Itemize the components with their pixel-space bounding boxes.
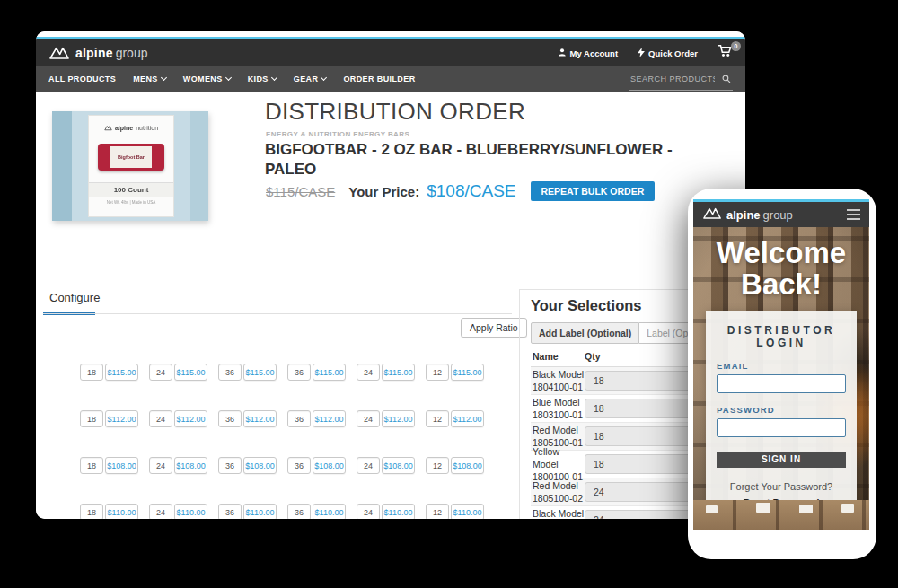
price-value: $108.00 (382, 457, 415, 474)
price-value: $108.00 (313, 457, 346, 474)
configure-row: 18 $112.00 24 $112.00 36 $112.00 36 $112… (80, 410, 484, 427)
configure-row: 18 $110.00 24 $110.00 36 $110.00 36 $110… (80, 504, 484, 519)
quantity-input[interactable]: 12 (426, 457, 449, 474)
current-price: $108/CASE (427, 181, 515, 201)
brand-name-light: group (116, 46, 148, 60)
nav-item-mens[interactable]: MENS (133, 75, 166, 83)
price-value: $108.00 (174, 457, 207, 474)
price-value: $115.00 (174, 364, 207, 381)
nav-item-gear[interactable]: GEAR (294, 75, 327, 83)
user-icon (558, 48, 567, 58)
price-value: $115.00 (451, 364, 484, 381)
email-field[interactable] (717, 374, 846, 393)
search-icon[interactable] (722, 71, 731, 87)
search-box[interactable] (629, 68, 733, 91)
quantity-input[interactable]: 36 (218, 457, 242, 474)
quantity-input[interactable]: 24 (149, 364, 172, 381)
cart-button[interactable]: 0 (718, 45, 733, 61)
qty-price-pair: 36 $110.00 (287, 504, 346, 519)
price-value: $108.00 (105, 457, 138, 474)
old-price: $115/CASE (266, 184, 335, 199)
column-qty: Qty (585, 351, 601, 362)
main-header: alpinegroup My Account Quick Order (36, 39, 745, 66)
password-field[interactable] (717, 418, 846, 437)
brand-logo[interactable]: alpinegroup (48, 45, 147, 61)
price-value: $110.00 (243, 504, 277, 519)
quantity-input[interactable]: 18 (80, 410, 103, 427)
quantity-input[interactable]: 18 (80, 504, 103, 519)
quantity-input[interactable]: 36 (287, 410, 311, 427)
quantity-input[interactable]: 36 (287, 364, 311, 381)
nav-item-womens[interactable]: WOMENS (183, 75, 231, 83)
menu-icon[interactable] (847, 209, 860, 221)
tab-bar: Configure (43, 289, 512, 314)
sign-in-button[interactable]: SIGN IN (717, 452, 846, 468)
qty-price-pair: 36 $115.00 (287, 364, 346, 381)
price-value: $110.00 (451, 504, 484, 519)
configure-grid: 18 $115.00 24 $115.00 36 $115.00 36 $115… (80, 364, 484, 519)
quantity-input[interactable]: 12 (426, 504, 449, 519)
repeat-bulk-order-button[interactable]: REPEAT BULK ORDER (531, 181, 656, 201)
desktop-window: alpinegroup My Account Quick Order (36, 31, 745, 519)
quantity-input[interactable]: 24 (357, 364, 380, 381)
quantity-input[interactable]: 36 (218, 504, 242, 519)
search-input[interactable] (630, 75, 715, 83)
nav-item-order-builder[interactable]: ORDER BUILDER (343, 75, 415, 83)
apply-ratio-button[interactable]: Apply Ratio (461, 318, 527, 338)
configure-row: 18 $108.00 24 $108.00 36 $108.00 36 $108… (80, 457, 484, 474)
quantity-input[interactable]: 18 (80, 457, 103, 474)
nav-item-all-products[interactable]: ALL PRODUCTS (48, 75, 116, 83)
price-value: $115.00 (313, 364, 346, 381)
mobile-mountain-logo-icon (702, 206, 722, 224)
quantity-input[interactable]: 18 (80, 364, 103, 381)
my-account-link[interactable]: My Account (558, 48, 618, 58)
brand-name-bold: alpine (75, 46, 113, 60)
password-label: PASSWORD (717, 405, 846, 415)
qty-price-pair: 24 $112.00 (149, 410, 207, 427)
page-content: alpinenutrition Bigfoot Bar 100 Count Ne… (36, 92, 745, 519)
qty-price-pair: 24 $112.00 (357, 410, 415, 427)
chevron-down-icon (271, 75, 277, 81)
distributor-login-card: DISTRIBUTOR LOGIN EMAIL PASSWORD SIGN IN… (706, 311, 857, 520)
quantity-input[interactable]: 36 (218, 364, 242, 381)
product-category: ENERGY & NUTRITION ENERGY BARS (266, 130, 409, 138)
mobile-brand-light: group (763, 208, 793, 222)
quantity-input[interactable]: 24 (149, 457, 172, 474)
selection-name: Red Model1805100-02 (533, 479, 585, 505)
quantity-input[interactable]: 12 (426, 410, 449, 427)
quantity-input[interactable]: 24 (357, 504, 380, 519)
product-image: alpinenutrition Bigfoot Bar 100 Count Ne… (52, 111, 208, 221)
chevron-down-icon (161, 75, 167, 81)
price-value: $112.00 (243, 410, 277, 427)
qty-price-pair: 36 $112.00 (218, 410, 277, 427)
quantity-input[interactable]: 24 (149, 504, 172, 519)
energy-bar-graphic: Bigfoot Bar (98, 144, 164, 171)
quantity-input[interactable]: 24 (357, 457, 380, 474)
quantity-input[interactable]: 36 (287, 504, 311, 519)
quantity-input[interactable]: 12 (426, 364, 449, 381)
add-label-button[interactable]: Add Label (Optional) (531, 322, 639, 344)
chevron-down-icon (225, 75, 232, 81)
box-count-label: 100 Count (89, 182, 173, 197)
selection-name: Black Model1804100-02 (533, 507, 585, 519)
cart-count-badge: 0 (731, 41, 741, 51)
tab-configure[interactable]: Configure (43, 291, 106, 312)
configure-row: 18 $115.00 24 $115.00 36 $115.00 36 $115… (80, 364, 484, 381)
welcome-heading: Welcome Back! (693, 227, 869, 301)
cardboard-boxes-strip (693, 500, 869, 530)
qty-price-pair: 18 $110.00 (80, 504, 138, 519)
qty-price-pair: 36 $108.00 (287, 457, 346, 474)
nav-item-kids[interactable]: KIDS (248, 75, 277, 83)
qty-price-pair: 36 $112.00 (287, 410, 346, 427)
bolt-icon (638, 48, 645, 59)
mobile-header: alpinegroup (693, 202, 869, 227)
quick-order-link[interactable]: Quick Order (638, 48, 698, 59)
box-footnote: Net Wt. 4lbs | Made in USA (107, 200, 156, 205)
quantity-input[interactable]: 36 (218, 410, 242, 427)
quantity-input[interactable]: 24 (149, 410, 172, 427)
qty-price-pair: 12 $115.00 (426, 364, 484, 381)
quantity-input[interactable]: 24 (357, 410, 380, 427)
qty-price-pair: 24 $115.00 (357, 364, 415, 381)
mobile-brand-bold: alpine (726, 208, 761, 222)
quantity-input[interactable]: 36 (287, 457, 311, 474)
